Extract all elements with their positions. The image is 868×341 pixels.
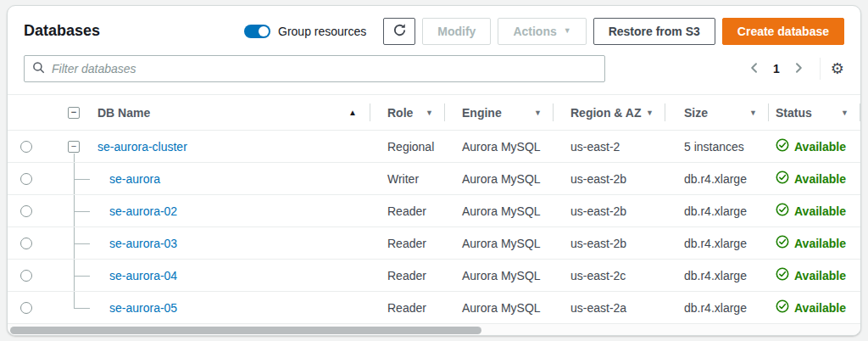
table-body: − se-aurora-cluster Regional Aurora MySQ… [8, 131, 860, 324]
db-name-link[interactable]: se-aurora [109, 172, 160, 186]
size-cell: db.r4.xlarge [665, 227, 769, 259]
size-cell: db.r4.xlarge [665, 260, 769, 291]
status-available-icon [776, 138, 789, 154]
databases-panel: Databases Group resources Modify Actions [7, 5, 861, 336]
status-cell: Available [769, 292, 860, 323]
status-cell: Available [769, 131, 860, 162]
sort-ascending-icon: ▲ [348, 108, 357, 117]
table-row[interactable]: − se-aurora-03 Reader Aurora MySQL us-ea… [8, 227, 860, 260]
region-az-cell: us-east-2b [554, 163, 665, 194]
engine-cell: Aurora MySQL [445, 163, 554, 194]
filter-caret-icon: ▼ [646, 109, 654, 117]
status-cell: Available [769, 163, 860, 194]
row-radio-button[interactable] [20, 205, 32, 217]
group-resources-label: Group resources [278, 25, 366, 38]
column-label: Engine [462, 106, 502, 120]
table-row[interactable]: − se-aurora-05 Reader Aurora MySQL us-ea… [8, 292, 860, 324]
region-az-cell: us-east-2b [554, 227, 665, 259]
status-available-icon [776, 170, 789, 187]
row-selection-cell [8, 131, 48, 162]
table-row[interactable]: − se-aurora-02 Reader Aurora MySQL us-ea… [8, 195, 860, 227]
engine-cell: Aurora MySQL [445, 292, 554, 323]
chevron-left-icon [748, 62, 760, 76]
status-available-icon [776, 203, 789, 219]
previous-page-button[interactable] [745, 59, 764, 80]
column-header-engine[interactable]: Engine ▼ [445, 95, 554, 130]
db-name-cell: − se-aurora-02 [48, 195, 370, 226]
table-row[interactable]: − se-aurora-04 Reader Aurora MySQL us-ea… [8, 260, 860, 292]
column-label: DB Name [97, 106, 150, 120]
row-radio-button[interactable] [20, 270, 32, 282]
filter-caret-icon: ▼ [749, 109, 757, 117]
region-az-cell: us-east-2b [554, 195, 665, 226]
column-header-db-name[interactable]: − DB Name ▲ [48, 95, 370, 130]
column-header-status[interactable]: Status ▼ [769, 95, 860, 130]
next-page-button[interactable] [789, 59, 808, 80]
status-label: Available [794, 140, 846, 154]
engine-cell: Aurora MySQL [445, 131, 554, 162]
role-cell: Reader [370, 260, 445, 291]
filter-caret-icon: ▼ [534, 109, 542, 117]
column-header-role[interactable]: Role ▼ [370, 95, 445, 130]
actions-button[interactable]: Actions ▼ [498, 18, 586, 45]
role-cell: Reader [370, 292, 445, 323]
settings-gear-icon[interactable]: ⚙ [831, 61, 844, 76]
engine-cell: Aurora MySQL [445, 195, 554, 226]
collapse-all-toggle[interactable]: − [68, 107, 80, 119]
status-cell: Available [769, 195, 860, 226]
modify-button[interactable]: Modify [422, 18, 491, 45]
collapse-row-toggle[interactable]: − [68, 141, 80, 153]
table-row[interactable]: − se-aurora-cluster Regional Aurora MySQ… [8, 131, 860, 163]
db-name-link[interactable]: se-aurora-cluster [97, 140, 187, 154]
status-label: Available [794, 269, 846, 282]
filter-caret-icon: ▼ [426, 109, 433, 117]
column-header-region-az[interactable]: Region & AZ ▼ [554, 95, 665, 130]
caret-down-icon: ▼ [564, 27, 571, 35]
table-row[interactable]: − se-aurora Writer Aurora MySQL us-east-… [8, 163, 860, 195]
db-name-link[interactable]: se-aurora-04 [109, 269, 177, 282]
table-header-row: − DB Name ▲ Role ▼ Engine ▼ Region & AZ … [8, 95, 860, 131]
row-radio-button[interactable] [20, 238, 32, 249]
status-cell: Available [769, 260, 860, 291]
size-cell: db.r4.xlarge [665, 195, 769, 226]
filter-databases-input[interactable] [52, 62, 597, 75]
row-radio-button[interactable] [20, 173, 32, 185]
toolbar-actions: Group resources Modify Actions ▼ Restore… [244, 18, 844, 45]
row-radio-button[interactable] [20, 302, 32, 314]
db-name-cell: − se-aurora-03 [48, 227, 370, 259]
horizontal-scrollbar[interactable] [8, 324, 860, 336]
db-name-cell: − se-aurora-cluster [48, 131, 370, 162]
vertical-divider [820, 58, 821, 80]
db-name-cell: − se-aurora [48, 163, 370, 194]
toolbar: Databases Group resources Modify Actions [8, 6, 860, 53]
db-name-link[interactable]: se-aurora-03 [109, 237, 177, 250]
db-name-cell: − se-aurora-04 [48, 260, 370, 291]
column-label: Status [776, 106, 812, 120]
db-name-link[interactable]: se-aurora-02 [109, 204, 177, 218]
size-cell: db.r4.xlarge [665, 292, 769, 323]
row-selection-cell [8, 260, 48, 291]
actions-button-label: Actions [513, 25, 556, 38]
group-resources-toggle[interactable] [244, 25, 270, 38]
column-header-size[interactable]: Size ▼ [665, 95, 769, 130]
size-cell: 5 instances [665, 131, 769, 162]
status-label: Available [794, 172, 846, 186]
refresh-button[interactable] [383, 18, 415, 45]
size-cell: db.r4.xlarge [665, 163, 769, 194]
row-radio-button[interactable] [20, 141, 32, 153]
create-database-button[interactable]: Create database [722, 18, 844, 45]
filter-row: 1 ⚙ [8, 53, 860, 94]
filter-input-container [24, 55, 605, 82]
group-resources-toggle-group[interactable]: Group resources [244, 25, 366, 38]
region-az-cell: us-east-2 [554, 131, 665, 162]
row-selection-cell [8, 163, 48, 194]
engine-cell: Aurora MySQL [445, 227, 554, 259]
scrollbar-thumb[interactable] [10, 327, 481, 334]
region-az-cell: us-east-2c [554, 260, 665, 291]
status-available-icon [776, 235, 789, 251]
db-name-link[interactable]: se-aurora-05 [109, 301, 177, 315]
role-cell: Reader [370, 227, 445, 259]
column-label: Size [684, 106, 708, 120]
refresh-icon [392, 23, 407, 40]
restore-from-s3-button[interactable]: Restore from S3 [593, 18, 715, 45]
